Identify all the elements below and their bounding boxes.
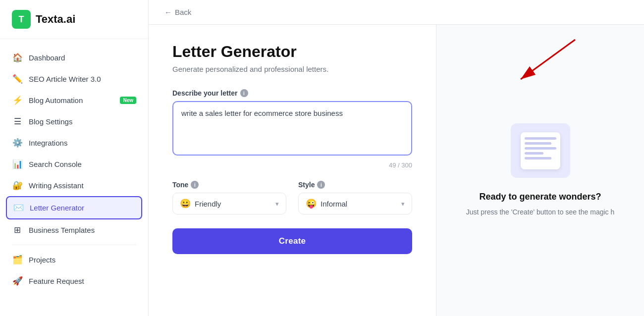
tone-group: Tone i 😀 Friendly ▾ <box>172 181 286 214</box>
char-count: 49 / 300 <box>172 161 412 169</box>
writing-icon: 🔐 <box>12 180 23 191</box>
content-area: Letter Generator Generate personalized a… <box>149 25 644 316</box>
tone-select[interactable]: 😀 Friendly ▾ <box>172 193 286 214</box>
main-content: ← Back Letter Generator Generate persona… <box>149 0 644 316</box>
sidebar-item-dashboard[interactable]: 🏠 Dashboard <box>0 47 148 68</box>
form-panel: Letter Generator Generate personalized a… <box>149 25 436 316</box>
sidebar-item-feature-request[interactable]: 🚀 Feature Request <box>0 270 148 292</box>
grid-icon: ⊞ <box>12 225 23 235</box>
sidebar-item-label: SEO Article Writer 3.0 <box>29 75 136 83</box>
doc-illustration-wrapper <box>511 123 570 178</box>
sidebar-item-label: Business Templates <box>29 226 136 234</box>
sidebar-item-letter-generator[interactable]: ✉️ Letter Generator <box>6 196 142 219</box>
tone-info-icon: i <box>191 181 199 189</box>
envelope-icon: ✉️ <box>13 203 24 213</box>
doc-line <box>525 142 551 145</box>
back-button[interactable]: ← Back <box>164 8 628 16</box>
doc-illustration <box>511 123 570 178</box>
rocket-icon: 🚀 <box>12 276 23 286</box>
new-badge: New <box>120 97 136 104</box>
create-button[interactable]: Create <box>172 228 412 254</box>
doc-line <box>525 157 551 159</box>
style-value: Informal <box>321 200 397 208</box>
sidebar-item-search-console[interactable]: 📊 Search Console <box>0 154 148 175</box>
sidebar-item-projects[interactable]: 🗂️ Projects <box>0 249 148 270</box>
tone-value: Friendly <box>195 200 271 208</box>
back-arrow-icon: ← <box>164 8 172 16</box>
selects-row: Tone i 😀 Friendly ▾ Style i 😜 <box>172 181 412 214</box>
sidebar-item-label: Dashboard <box>29 53 136 62</box>
lightning-icon: ⚡ <box>12 95 23 105</box>
menu-icon: ☰ <box>12 116 23 127</box>
chart-icon: 📊 <box>12 159 23 169</box>
info-icon: i <box>240 89 248 97</box>
sidebar-item-label: Blog Settings <box>29 117 136 126</box>
doc-inner <box>521 132 560 169</box>
pencil-icon: ✏️ <box>12 74 23 84</box>
sidebar-item-label: Blog Automation <box>29 96 114 105</box>
style-info-icon: i <box>317 181 325 189</box>
svg-line-1 <box>521 40 575 79</box>
logo-icon: T <box>12 10 31 29</box>
style-emoji: 😜 <box>306 198 317 209</box>
sidebar-item-seo-article-writer[interactable]: ✏️ SEO Article Writer 3.0 <box>0 68 148 90</box>
tone-chevron-icon: ▾ <box>275 200 279 208</box>
back-label: Back <box>175 8 191 16</box>
home-icon: 🏠 <box>12 53 23 63</box>
sidebar-item-label: Integrations <box>29 139 136 147</box>
page-title: Letter Generator <box>172 43 412 61</box>
sidebar-item-integrations[interactable]: ⚙️ Integrations <box>0 132 148 154</box>
textarea-wrapper: write a sales letter for ecommerce store… <box>172 101 412 158</box>
style-group: Style i 😜 Informal ▾ <box>298 181 412 214</box>
describe-label: Describe your letter i <box>172 89 412 97</box>
gear-icon: ⚙️ <box>12 138 23 148</box>
style-select[interactable]: 😜 Informal ▾ <box>298 193 412 214</box>
right-panel: Ready to generate wonders? Just press th… <box>436 25 644 316</box>
doc-line <box>525 137 556 140</box>
logo-area: T Texta.ai <box>0 0 148 39</box>
nav-divider <box>12 245 136 245</box>
sidebar-item-blog-settings[interactable]: ☰ Blog Settings <box>0 111 148 132</box>
nav-list: 🏠 Dashboard ✏️ SEO Article Writer 3.0 ⚡ … <box>0 39 148 316</box>
sidebar-item-blog-automation[interactable]: ⚡ Blog Automation New <box>0 90 148 111</box>
folder-icon: 🗂️ <box>12 255 23 265</box>
sidebar-item-business-templates[interactable]: ⊞ Business Templates <box>0 219 148 241</box>
sidebar-item-label: Feature Request <box>29 277 136 285</box>
doc-line <box>525 147 556 150</box>
page-subtitle: Generate personalized and professional l… <box>172 65 412 73</box>
tone-label: Tone i <box>172 181 286 189</box>
right-panel-title: Ready to generate wonders? <box>479 192 601 202</box>
style-label: Style i <box>298 181 412 189</box>
style-chevron-icon: ▾ <box>401 200 405 208</box>
sidebar: T Texta.ai 🏠 Dashboard ✏️ SEO Article Wr… <box>0 0 149 316</box>
sidebar-item-writing-assistant[interactable]: 🔐 Writing Assistant <box>0 175 148 196</box>
sidebar-item-label: Projects <box>29 256 136 264</box>
tone-emoji: 😀 <box>180 198 191 209</box>
right-panel-subtitle: Just press the 'Create' button to see th… <box>466 207 615 217</box>
sidebar-item-label: Search Console <box>29 160 136 168</box>
sidebar-item-label: Writing Assistant <box>29 181 136 190</box>
doc-line <box>525 152 543 155</box>
sidebar-item-label: Letter Generator <box>30 204 135 212</box>
app-name: Texta.ai <box>36 13 75 26</box>
letter-textarea[interactable]: write a sales letter for ecommerce store… <box>172 101 412 156</box>
top-bar: ← Back <box>149 0 644 25</box>
